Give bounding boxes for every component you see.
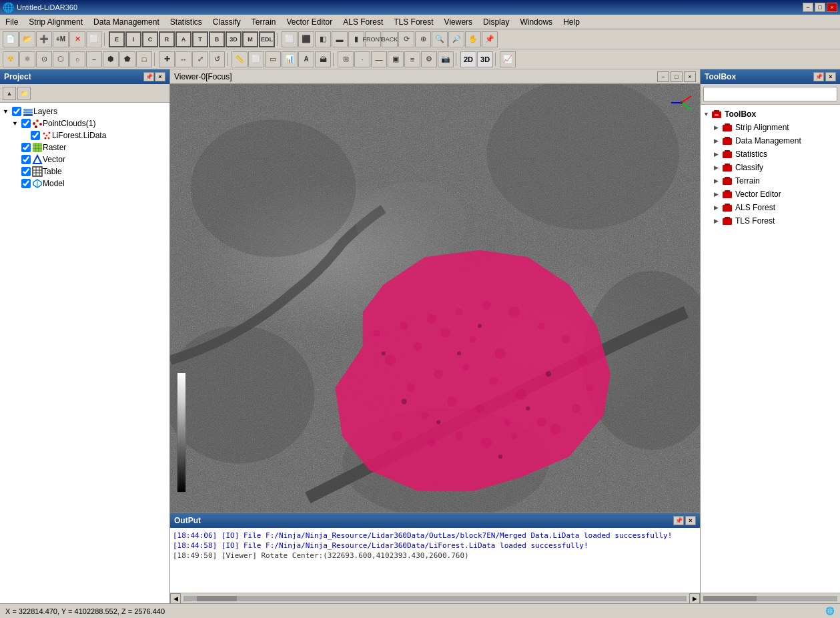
pin-btn[interactable]: 📌 — [482, 31, 498, 47]
2d-btn[interactable]: 2D — [460, 51, 476, 67]
toolbox-tls-forest[interactable]: ▶ TLS Forest — [701, 214, 840, 228]
plane-v-btn[interactable]: ▮ — [348, 31, 364, 47]
settings-btn[interactable]: ⚙ — [421, 51, 437, 67]
viewer-minimize-btn[interactable]: − — [657, 71, 669, 82]
menu-viewers[interactable]: Viewers — [439, 15, 478, 29]
title-bar-controls[interactable]: − □ × — [803, 3, 837, 12]
output-pin-btn[interactable]: 📌 — [673, 516, 684, 525]
line-btn[interactable]: — — [371, 51, 387, 67]
tree-item-layers[interactable]: ▼ Layers — [0, 105, 169, 117]
move-btn[interactable]: ↔ — [175, 51, 191, 67]
cluster-btn[interactable]: ⊙ — [36, 51, 52, 67]
menu-vector-editor[interactable]: Vector Editor — [282, 15, 338, 29]
terrain-tool-btn[interactable]: 🏔 — [315, 51, 331, 67]
toolbox-scroll-track[interactable] — [703, 596, 837, 601]
tb-3d-btn[interactable]: 3D — [226, 31, 242, 47]
import-toolbar-btn[interactable]: ⬜ — [86, 31, 102, 47]
fill-btn[interactable]: ▣ — [388, 51, 404, 67]
atom-btn[interactable]: ⚛ — [19, 51, 35, 67]
project-pin-btn[interactable]: 📌 — [143, 72, 154, 81]
rect-btn[interactable]: ▭ — [265, 51, 281, 67]
scroll-thumb[interactable] — [197, 596, 237, 601]
tb-edl-btn[interactable]: EDL — [259, 31, 275, 47]
menu-classify[interactable]: Classify — [207, 15, 246, 29]
cross-btn[interactable]: ✚ — [159, 51, 175, 67]
model-check[interactable] — [21, 179, 31, 188]
menu-windows[interactable]: Windows — [514, 15, 558, 29]
tree-item-pointclouds[interactable]: ▼ PointClouds(1) — [0, 117, 169, 129]
pointclouds-check[interactable] — [21, 119, 31, 128]
cube-t-btn[interactable]: ⬛ — [298, 31, 314, 47]
liforest-check[interactable] — [31, 131, 40, 140]
menu-terrain[interactable]: Terrain — [246, 15, 282, 29]
minimize-button[interactable]: − — [803, 3, 813, 12]
menu-statistics[interactable]: Statistics — [165, 15, 207, 29]
viewer-close-btn[interactable]: × — [684, 71, 696, 82]
project-folder-btn[interactable]: 📁 — [17, 87, 31, 100]
menu-als-forest[interactable]: ALS Forest — [338, 15, 388, 29]
poly-btn[interactable]: ⬡ — [53, 51, 69, 67]
toolbox-classify[interactable]: ▶ Classify — [701, 161, 840, 174]
vector-check[interactable] — [21, 155, 31, 164]
tree-item-liforest[interactable]: LiForest.LiData — [0, 129, 169, 141]
tree-item-raster[interactable]: Raster — [0, 141, 169, 153]
camera-btn[interactable]: 📷 — [438, 51, 454, 67]
close-button[interactable]: × — [827, 3, 837, 12]
menu-strip-alignment[interactable]: Strip Alignment — [23, 15, 88, 29]
chart-btn[interactable]: 📈 — [500, 51, 516, 67]
toolbox-als-forest[interactable]: ▶ ALS Forest — [701, 201, 840, 214]
toolbox-close-btn[interactable]: × — [825, 72, 836, 81]
tb-a-btn[interactable]: A — [175, 31, 191, 47]
viewer-canvas[interactable] — [170, 84, 700, 513]
tree-item-table[interactable]: Table — [0, 166, 169, 178]
nav2-btn[interactable]: ⊕ — [415, 31, 431, 47]
toolbox-vector-editor[interactable]: ▶ Vector Editor — [701, 188, 840, 201]
scale-btn[interactable]: ⤢ — [192, 51, 208, 67]
toolbox-pin-btn[interactable]: 📌 — [813, 72, 824, 81]
plane-h-btn[interactable]: ▬ — [332, 31, 348, 47]
bottom-scrollbar[interactable]: ◀ ▶ — [170, 593, 700, 603]
oct-btn[interactable]: ⬟ — [119, 51, 135, 67]
menu-display[interactable]: Display — [478, 15, 514, 29]
tb-c-btn[interactable]: C — [142, 31, 158, 47]
ruler-btn[interactable]: 📏 — [232, 51, 248, 67]
merge-button[interactable]: +M — [53, 31, 69, 47]
hex-btn[interactable]: ⬢ — [103, 51, 119, 67]
tb-i-btn[interactable]: I — [125, 31, 141, 47]
circle-btn[interactable]: ○ — [69, 51, 85, 67]
toolbox-terrain[interactable]: ▶ Terrain — [701, 174, 840, 188]
maximize-button[interactable]: □ — [815, 3, 825, 12]
layers-check[interactable] — [12, 107, 21, 116]
output-close-btn[interactable]: × — [685, 516, 696, 525]
menu-file[interactable]: File — [0, 15, 23, 29]
toolbox-search-input[interactable] — [703, 87, 837, 101]
tree-item-vector[interactable]: Vector — [0, 153, 169, 166]
add-button[interactable]: ➕ — [36, 31, 52, 47]
zoom-out-btn[interactable]: 🔎 — [448, 31, 464, 47]
nav1-btn[interactable]: ⟳ — [398, 31, 414, 47]
tb-m-btn[interactable]: M — [242, 31, 258, 47]
grid-btn[interactable]: ⊞ — [338, 51, 354, 67]
cube-btn[interactable]: ⬜ — [282, 31, 298, 47]
profile-btn[interactable]: 📊 — [282, 51, 298, 67]
nuc-btn[interactable]: ☢ — [3, 51, 19, 67]
rotate2-btn[interactable]: ↺ — [209, 51, 225, 67]
plane-b-btn[interactable]: BACK — [382, 31, 398, 47]
table-check[interactable] — [21, 167, 31, 176]
zoom-in-btn[interactable]: 🔍 — [432, 31, 448, 47]
toolbox-statistics[interactable]: ▶ Statistics — [701, 147, 840, 161]
square-btn[interactable]: □ — [136, 51, 152, 67]
scroll-right-btn[interactable]: ▶ — [689, 593, 700, 604]
text-a-btn[interactable]: A — [298, 51, 314, 67]
raster-check[interactable] — [21, 143, 31, 152]
3d-btn[interactable]: 3D — [477, 51, 493, 67]
menu-data-management[interactable]: Data Management — [88, 15, 165, 29]
pan-btn[interactable]: ✋ — [465, 31, 481, 47]
viewer-restore-btn[interactable]: □ — [671, 71, 683, 82]
tb-e-btn[interactable]: E — [109, 31, 125, 47]
menu-help[interactable]: Help — [558, 15, 585, 29]
open-button[interactable]: 📂 — [19, 31, 35, 47]
delete-button[interactable]: ✕ — [69, 31, 85, 47]
project-close-btn[interactable]: × — [155, 72, 165, 81]
legend-btn[interactable]: ≡ — [404, 51, 420, 67]
